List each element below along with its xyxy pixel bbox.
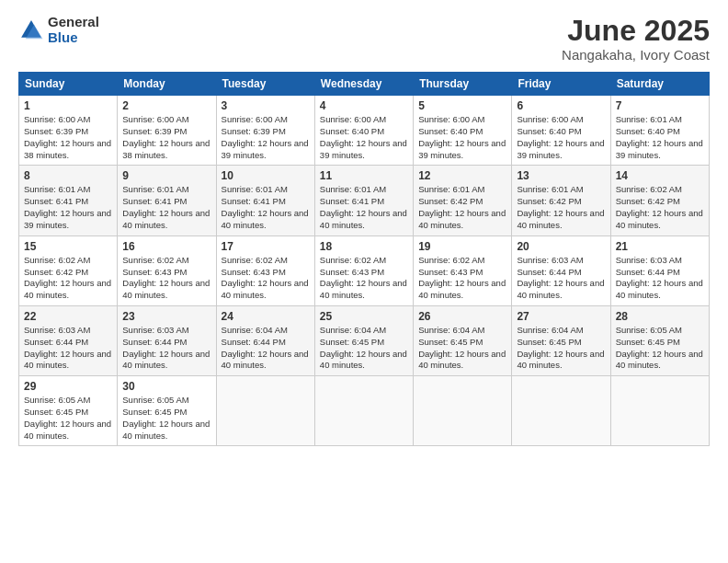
sunrise-label: Sunrise: 6:01 AM	[222, 184, 288, 194]
day-number: 21	[616, 240, 704, 253]
sunset-label: Sunset: 6:41 PM	[320, 196, 384, 206]
sunset-label: Sunset: 6:42 PM	[517, 196, 581, 206]
day-number: 30	[122, 380, 210, 393]
daylight-label: Daylight: 12 hours and 40 minutes.	[616, 349, 703, 371]
sunset-label: Sunset: 6:39 PM	[122, 126, 187, 136]
daylight-label: Daylight: 12 hours and 40 minutes.	[320, 208, 407, 230]
sunset-label: Sunset: 6:45 PM	[320, 337, 384, 347]
day-content: Sunrise: 6:02 AM Sunset: 6:43 PM Dayligh…	[222, 255, 310, 302]
day-content: Sunrise: 6:01 AM Sunset: 6:40 PM Dayligh…	[616, 114, 704, 161]
day-number: 17	[222, 240, 310, 253]
day-content: Sunrise: 6:01 AM Sunset: 6:41 PM Dayligh…	[222, 184, 310, 231]
calendar-cell: 20 Sunrise: 6:03 AM Sunset: 6:44 PM Dayl…	[512, 236, 610, 305]
sunrise-label: Sunrise: 6:04 AM	[320, 325, 386, 335]
calendar-cell: 13 Sunrise: 6:01 AM Sunset: 6:42 PM Dayl…	[512, 166, 610, 236]
sunset-label: Sunset: 6:40 PM	[517, 126, 581, 136]
day-number: 2	[122, 99, 210, 112]
daylight-label: Daylight: 12 hours and 40 minutes.	[418, 278, 506, 300]
sunrise-label: Sunrise: 6:05 AM	[24, 395, 90, 405]
day-content: Sunrise: 6:05 AM Sunset: 6:45 PM Dayligh…	[24, 395, 112, 442]
calendar-subtitle: Nangakaha, Ivory Coast	[562, 47, 710, 63]
sunrise-label: Sunrise: 6:05 AM	[616, 325, 682, 335]
day-number: 22	[24, 310, 112, 323]
sunset-label: Sunset: 6:45 PM	[24, 407, 88, 417]
logo: General Blue	[18, 15, 99, 45]
daylight-label: Daylight: 12 hours and 40 minutes.	[122, 349, 210, 371]
sunrise-label: Sunrise: 6:02 AM	[616, 184, 682, 194]
sunrise-label: Sunrise: 6:02 AM	[320, 255, 386, 265]
calendar-body: 1 Sunrise: 6:00 AM Sunset: 6:39 PM Dayli…	[19, 96, 710, 446]
sunset-label: Sunset: 6:44 PM	[222, 337, 286, 347]
day-number: 25	[320, 310, 408, 323]
sunset-label: Sunset: 6:39 PM	[222, 126, 286, 136]
day-content: Sunrise: 6:00 AM Sunset: 6:40 PM Dayligh…	[320, 114, 408, 161]
day-number: 7	[616, 99, 704, 112]
sunset-label: Sunset: 6:44 PM	[24, 337, 88, 347]
calendar-cell: 23 Sunrise: 6:03 AM Sunset: 6:44 PM Dayl…	[118, 305, 216, 375]
sunrise-label: Sunrise: 6:00 AM	[320, 114, 386, 124]
day-content: Sunrise: 6:01 AM Sunset: 6:41 PM Dayligh…	[320, 184, 408, 231]
calendar-cell	[610, 376, 709, 446]
sunset-label: Sunset: 6:40 PM	[616, 126, 680, 136]
sunrise-label: Sunrise: 6:00 AM	[24, 114, 90, 124]
daylight-label: Daylight: 12 hours and 40 minutes.	[517, 349, 604, 371]
sunrise-label: Sunrise: 6:00 AM	[517, 114, 583, 124]
day-content: Sunrise: 6:04 AM Sunset: 6:45 PM Dayligh…	[517, 325, 605, 372]
sunset-label: Sunset: 6:43 PM	[418, 267, 483, 277]
sunrise-label: Sunrise: 6:01 AM	[122, 184, 188, 194]
calendar-cell: 30 Sunrise: 6:05 AM Sunset: 6:45 PM Dayl…	[118, 376, 216, 446]
sunrise-label: Sunrise: 6:05 AM	[122, 395, 188, 405]
daylight-label: Daylight: 12 hours and 39 minutes.	[24, 208, 111, 230]
day-number: 4	[320, 99, 408, 112]
day-content: Sunrise: 6:03 AM Sunset: 6:44 PM Dayligh…	[616, 255, 704, 302]
day-number: 26	[418, 310, 506, 323]
sunset-label: Sunset: 6:42 PM	[24, 267, 88, 277]
day-content: Sunrise: 6:00 AM Sunset: 6:40 PM Dayligh…	[517, 114, 605, 161]
day-content: Sunrise: 6:01 AM Sunset: 6:42 PM Dayligh…	[517, 184, 605, 231]
header-sunday: Sunday	[19, 73, 118, 96]
logo-icon	[18, 17, 44, 43]
day-content: Sunrise: 6:02 AM Sunset: 6:42 PM Dayligh…	[616, 184, 704, 231]
day-number: 14	[616, 169, 704, 182]
day-content: Sunrise: 6:00 AM Sunset: 6:39 PM Dayligh…	[222, 114, 310, 161]
calendar-cell: 5 Sunrise: 6:00 AM Sunset: 6:40 PM Dayli…	[414, 96, 512, 166]
sunrise-label: Sunrise: 6:04 AM	[222, 325, 288, 335]
daylight-label: Daylight: 12 hours and 40 minutes.	[122, 278, 210, 300]
daylight-label: Daylight: 12 hours and 40 minutes.	[24, 419, 111, 441]
daylight-label: Daylight: 12 hours and 40 minutes.	[222, 208, 309, 230]
calendar-cell: 8 Sunrise: 6:01 AM Sunset: 6:41 PM Dayli…	[19, 166, 118, 236]
day-number: 8	[24, 169, 112, 182]
day-content: Sunrise: 6:05 AM Sunset: 6:45 PM Dayligh…	[616, 325, 704, 372]
header: General Blue June 2025 Nangakaha, Ivory …	[18, 15, 710, 63]
calendar-cell: 25 Sunrise: 6:04 AM Sunset: 6:45 PM Dayl…	[314, 305, 413, 375]
day-content: Sunrise: 6:02 AM Sunset: 6:43 PM Dayligh…	[122, 255, 210, 302]
week-row-4: 22 Sunrise: 6:03 AM Sunset: 6:44 PM Dayl…	[19, 305, 710, 375]
sunrise-label: Sunrise: 6:00 AM	[222, 114, 288, 124]
logo-blue: Blue	[48, 30, 99, 46]
day-number: 6	[517, 99, 605, 112]
calendar-cell	[414, 376, 512, 446]
daylight-label: Daylight: 12 hours and 39 minutes.	[320, 138, 407, 160]
day-content: Sunrise: 6:02 AM Sunset: 6:43 PM Dayligh…	[320, 255, 408, 302]
logo-text: General Blue	[48, 15, 99, 45]
sunrise-label: Sunrise: 6:03 AM	[24, 325, 90, 335]
day-content: Sunrise: 6:03 AM Sunset: 6:44 PM Dayligh…	[122, 325, 210, 372]
day-number: 10	[222, 169, 310, 182]
sunset-label: Sunset: 6:42 PM	[616, 196, 680, 206]
day-number: 1	[24, 99, 112, 112]
sunset-label: Sunset: 6:41 PM	[122, 196, 187, 206]
week-row-5: 29 Sunrise: 6:05 AM Sunset: 6:45 PM Dayl…	[19, 376, 710, 446]
sunset-label: Sunset: 6:44 PM	[122, 337, 187, 347]
calendar-cell	[314, 376, 413, 446]
calendar-cell	[512, 376, 610, 446]
daylight-label: Daylight: 12 hours and 40 minutes.	[122, 419, 210, 441]
day-content: Sunrise: 6:00 AM Sunset: 6:40 PM Dayligh…	[418, 114, 506, 161]
sunset-label: Sunset: 6:44 PM	[616, 267, 680, 277]
sunset-label: Sunset: 6:40 PM	[418, 126, 483, 136]
sunset-label: Sunset: 6:41 PM	[222, 196, 286, 206]
day-content: Sunrise: 6:03 AM Sunset: 6:44 PM Dayligh…	[517, 255, 605, 302]
day-number: 9	[122, 169, 210, 182]
calendar-cell: 19 Sunrise: 6:02 AM Sunset: 6:43 PM Dayl…	[414, 236, 512, 305]
sunrise-label: Sunrise: 6:01 AM	[24, 184, 90, 194]
day-content: Sunrise: 6:02 AM Sunset: 6:43 PM Dayligh…	[418, 255, 506, 302]
